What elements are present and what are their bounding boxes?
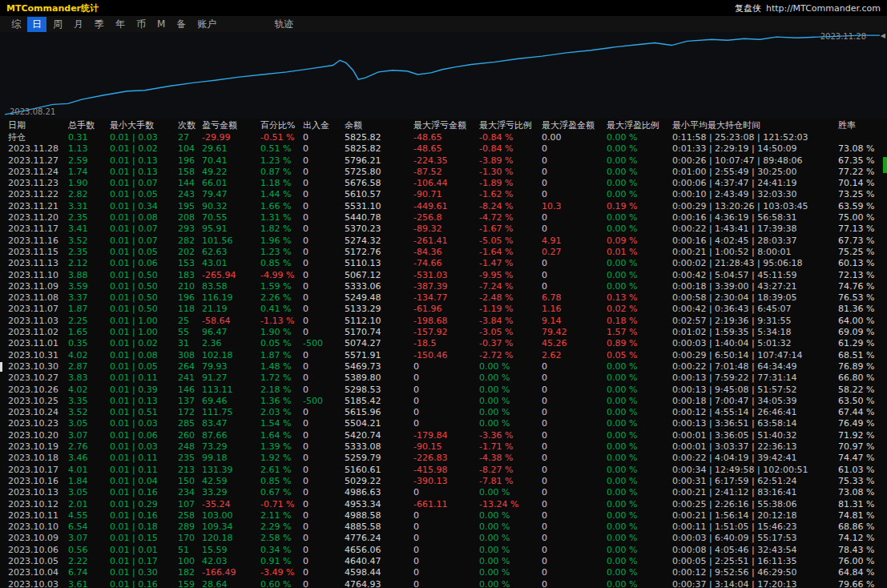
- table-body: 持仓0.310.01 | 0.0327-29.99-0.51 %05825.82…: [0, 132, 887, 588]
- table-row[interactable]: 2023.10.253.350.01 | 0.1313769.461.36 %-…: [0, 396, 887, 407]
- cell-min_avg_max_hold_time: 0:00:25 | 2:26:16 | 55:38:06: [672, 499, 838, 510]
- table-row[interactable]: 2023.10.161.840.01 | 0.0415042.590.85 %0…: [0, 476, 887, 487]
- table-row[interactable]: 持仓0.310.01 | 0.0327-29.99-0.51 %05825.82…: [0, 132, 887, 143]
- table-row[interactable]: 2023.10.243.520.01 | 0.51172111.752.03 %…: [0, 407, 887, 418]
- table-row[interactable]: 2023.11.152.350.01 | 0.0520262.631.23 %0…: [0, 247, 887, 258]
- cell-max_float_loss_amount: -89.32: [413, 224, 479, 235]
- table-row[interactable]: 2023.11.202.350.01 | 0.0820870.551.31 %0…: [0, 212, 887, 224]
- menu-tab[interactable]: 月: [69, 17, 88, 32]
- cell-max_float_loss_pct: -3.89 %: [479, 155, 542, 167]
- cell-balance: 5160.61: [345, 465, 413, 476]
- cell-max_float_loss_pct: 0.00 %: [479, 487, 542, 498]
- cell-pnl_amount: -35.24: [202, 499, 260, 510]
- menu-tab[interactable]: 季: [90, 17, 109, 32]
- menu-tab-trajectory[interactable]: 轨迹: [269, 17, 298, 32]
- table-row[interactable]: 2023.10.203.070.01 | 0.0626087.661.64 %0…: [0, 430, 887, 441]
- menu-tab[interactable]: 周: [48, 17, 67, 32]
- cell-max_float_profit_amount: 0: [542, 556, 607, 567]
- table-row[interactable]: 2023.11.093.590.01 | 0.5021083.581.59 %0…: [0, 281, 887, 292]
- table-row[interactable]: 2023.11.272.590.01 | 0.1319670.411.23 %0…: [0, 155, 887, 167]
- cell-max_float_profit_pct: 0.00 %: [607, 533, 672, 544]
- table-row[interactable]: 2023.10.106.540.01 | 0.18289109.342.29 %…: [0, 522, 887, 533]
- table-row[interactable]: 2023.10.122.010.01 | 0.29107-35.24-0.71 …: [0, 499, 887, 510]
- collapse-arrow-icon[interactable]: ◀: [881, 33, 885, 39]
- table-row[interactable]: 2023.11.021.650.01 | 1.005596.471.90 %05…: [0, 327, 887, 338]
- cell-max_float_loss_pct: -3.05 %: [479, 327, 542, 338]
- table-row[interactable]: 2023.11.103.880.01 | 0.50183-265.94-4.99…: [0, 270, 887, 281]
- table-row[interactable]: 2023.10.046.740.01 | 0.30182-166.49-3.49…: [0, 567, 887, 578]
- menu-tab[interactable]: M: [152, 18, 170, 30]
- table-row[interactable]: 2023.11.173.410.01 | 0.0729395.911.82 %0…: [0, 224, 887, 235]
- menu-bar: 综日周月季年币M备账户 轨迹: [0, 16, 887, 32]
- cell-max_float_loss_pct: -7.81 %: [479, 476, 542, 487]
- menu-tab[interactable]: 币: [131, 17, 151, 32]
- table-row[interactable]: 2023.10.314.020.01 | 0.08308102.181.87 %…: [0, 350, 887, 361]
- menu-tab[interactable]: 综: [6, 17, 26, 32]
- cell-pnl_pct: -4.99 %: [260, 270, 303, 281]
- table-row[interactable]: 2023.10.273.830.01 | 0.1124191.271.72 %0…: [0, 373, 887, 384]
- cell-max_float_loss_amount: -390.13: [413, 476, 479, 487]
- table-row[interactable]: 2023.10.060.560.01 | 0.015115.590.34 %04…: [0, 545, 887, 556]
- cell-win_rate: 67.35 %: [838, 155, 887, 167]
- cell-count: 289: [178, 522, 202, 533]
- cell-win_rate: 68.51 %: [838, 350, 887, 361]
- cell-max_float_loss_amount: -18.5: [413, 338, 479, 349]
- cell-count: 210: [178, 281, 202, 292]
- cell-max_float_profit_pct: 0.00 %: [607, 270, 672, 281]
- table-row[interactable]: 2023.10.133.050.01 | 0.1623433.290.67 %0…: [0, 487, 887, 498]
- table-row[interactable]: 2023.11.222.820.01 | 0.0524379.471.44 %0…: [0, 189, 887, 200]
- cell-pnl_amount: 101.56: [202, 236, 260, 247]
- cell-pnl_pct: -3.49 %: [260, 567, 303, 578]
- table-row[interactable]: 2023.10.192.760.01 | 0.0324873.291.39 %0…: [0, 441, 887, 453]
- table-row[interactable]: 2023.11.231.900.01 | 0.0714466.011.18 %0…: [0, 178, 887, 189]
- cell-total_lots: 3.35: [68, 396, 110, 407]
- cell-max_float_loss_amount: -224.35: [413, 155, 479, 167]
- cell-date: 2023.10.13: [8, 487, 68, 498]
- table-row[interactable]: 2023.11.213.310.01 | 0.3419590.321.66 %0…: [0, 201, 887, 212]
- table-row[interactable]: 2023.10.264.020.01 | 0.39146113.112.18 %…: [0, 385, 887, 396]
- cell-count: 264: [178, 361, 202, 373]
- cell-win_rate: [838, 132, 887, 143]
- table-row[interactable]: 2023.10.233.050.01 | 0.0328583.471.54 %0…: [0, 418, 887, 429]
- scrollbar-thumb[interactable]: [883, 157, 887, 173]
- cell-max_float_loss_amount: -61.96: [413, 304, 479, 315]
- cell-date: 2023.10.09: [8, 533, 68, 544]
- cell-balance: 4656.06: [345, 545, 413, 556]
- cell-win_rate: 74.12 %: [838, 533, 887, 544]
- cell-max_float_profit_pct: 0.00 %: [607, 281, 672, 292]
- cell-min_avg_max_hold_time: 0:00:42 | 5:04:57 | 45:11:59: [672, 270, 838, 281]
- table-row[interactable]: 2023.10.033.610.01 | 0.1615928.640.60 %0…: [0, 579, 887, 588]
- cell-max_float_loss_pct: 0.00 %: [479, 373, 542, 384]
- table-row[interactable]: 2023.11.083.370.01 | 0.50196116.192.26 %…: [0, 292, 887, 304]
- cell-pnl_amount: 116.19: [202, 292, 260, 304]
- table-row[interactable]: 2023.10.174.010.01 | 0.11213131.392.61 %…: [0, 465, 887, 476]
- cell-max_float_loss_pct: 0.00 %: [479, 396, 542, 407]
- cell-win_rate: 78.43 %: [838, 545, 887, 556]
- table-row[interactable]: 2023.10.183.460.01 | 0.1123599.181.92 %0…: [0, 453, 887, 464]
- cell-balance: 4598.44: [345, 567, 413, 578]
- table-row[interactable]: 2023.11.032.250.01 | 1.0025-58.64-1.13 %…: [0, 316, 887, 327]
- table-row[interactable]: 2023.10.114.550.01 | 0.16258103.002.11 %…: [0, 510, 887, 522]
- table-row[interactable]: 2023.11.281.130.01 | 0.0210429.610.51 %0…: [0, 143, 887, 155]
- menu-tab[interactable]: 日: [27, 17, 46, 32]
- cell-max_float_profit_pct: 0.00 %: [607, 418, 672, 429]
- table-row[interactable]: 2023.11.241.740.01 | 0.1315849.220.87 %0…: [0, 167, 887, 178]
- cell-total_lots: 2.82: [68, 189, 110, 200]
- menu-tab[interactable]: 备: [171, 17, 191, 32]
- table-row[interactable]: 2023.11.010.350.01 | 0.02312.360.05 %-50…: [0, 338, 887, 349]
- cell-pnl_amount: 90.32: [202, 201, 260, 212]
- table-row[interactable]: 2023.11.132.120.01 | 0.0615343.010.85 %0…: [0, 258, 887, 269]
- table-row[interactable]: 2023.11.071.870.01 | 0.5011821.190.41 %0…: [0, 304, 887, 315]
- cell-max_float_profit_amount: 0: [542, 499, 607, 510]
- cell-min_avg_max_hold_time: 0:02:57 | 2:19:36 | 9:31:55: [672, 316, 838, 327]
- table-row[interactable]: 2023.11.163.520.01 | 0.07282101.561.96 %…: [0, 236, 887, 247]
- table-row[interactable]: 2023.10.052.220.01 | 0.1710042.030.91 %0…: [0, 556, 887, 567]
- cell-pnl_amount: 83.47: [202, 418, 260, 429]
- menu-tab[interactable]: 年: [111, 17, 130, 32]
- table-row[interactable]: 2023.10.093.070.01 | 0.15170120.182.58 %…: [0, 533, 887, 544]
- cell-date: 2023.10.30: [8, 361, 68, 373]
- table-row[interactable]: 2023.10.302.870.01 | 0.0526479.931.48 %0…: [0, 361, 887, 373]
- menu-tab[interactable]: 账户: [192, 17, 221, 32]
- site-url-link[interactable]: http://MTCommander.com: [766, 3, 881, 14]
- cell-date: 2023.11.09: [8, 281, 68, 292]
